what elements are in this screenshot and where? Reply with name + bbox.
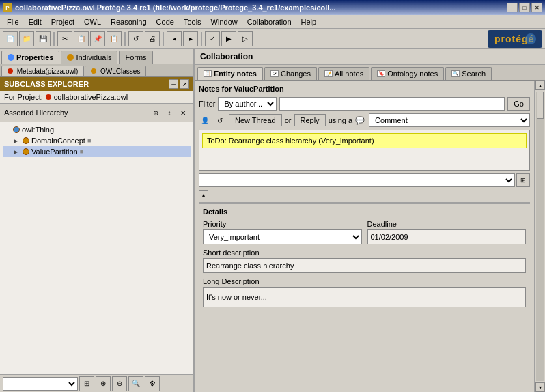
- user-icon[interactable]: 👤: [199, 114, 211, 126]
- tab-forms[interactable]: Forms: [119, 51, 152, 64]
- scroll-thumb[interactable]: [537, 92, 544, 119]
- cut-button[interactable]: ✂: [57, 31, 72, 46]
- paste2-button[interactable]: 📋: [107, 31, 122, 46]
- tab-entity-notes[interactable]: 📋 Entity notes: [197, 67, 263, 80]
- tab-properties[interactable]: Properties: [1, 51, 59, 64]
- stop-btn[interactable]: ▷: [238, 31, 253, 46]
- menu-tools[interactable]: Tools: [180, 16, 206, 27]
- menu-project[interactable]: Project: [47, 16, 79, 27]
- hierarchy-close-icon[interactable]: ✕: [177, 107, 189, 119]
- left-tabs-row: Properties Individuals Forms: [0, 49, 193, 64]
- menu-reasoning[interactable]: Reasoning: [107, 16, 151, 27]
- nav-fwd[interactable]: ▸: [183, 31, 198, 46]
- notes-for-label: Notes for ValuePartition: [199, 85, 530, 93]
- long-desc-input[interactable]: It's now or never...: [203, 287, 526, 307]
- long-desc-row: Long Description It's now or never...: [203, 277, 526, 307]
- grid-icon-btn[interactable]: ⊞: [516, 173, 530, 187]
- deadline-col: Deadline 01/02/2009: [367, 220, 527, 244]
- note-entry-1[interactable]: ToDo: Rearrange class hierarchy (Very_im…: [202, 133, 527, 148]
- properties-tab-icon: [8, 54, 14, 61]
- subtab-owlclasses[interactable]: OWLClasses: [85, 66, 146, 76]
- tab-ontology-notes[interactable]: 🔖 Ontology notes: [371, 67, 444, 80]
- check-btn[interactable]: ✓: [205, 31, 220, 46]
- remove-class-btn[interactable]: ⊖: [112, 376, 127, 391]
- deadline-input[interactable]: 01/02/2009: [367, 229, 527, 244]
- subtab-owlclasses-label: OWLClasses: [100, 68, 140, 75]
- priority-deadline-row: Priority Very_important Deadline 01/02/2…: [203, 220, 526, 244]
- new-thread-button[interactable]: New Thread: [229, 114, 282, 126]
- priority-select[interactable]: Very_important: [203, 229, 362, 244]
- tab-all-notes[interactable]: 📝 All notes: [318, 67, 369, 80]
- paste-button[interactable]: 📌: [90, 31, 105, 46]
- subtab-metadata[interactable]: Metadata(pizza.owl): [1, 66, 84, 76]
- priority-col: Priority Very_important: [203, 220, 362, 244]
- run-btn[interactable]: ▶: [221, 31, 236, 46]
- comment-type-select[interactable]: Comment: [369, 113, 530, 127]
- tree-item-owlthing[interactable]: owl:Thing: [3, 124, 191, 135]
- detach-left-btn[interactable]: ↗: [180, 79, 189, 89]
- bottom-dropdown[interactable]: [199, 173, 515, 187]
- menu-edit[interactable]: Edit: [25, 16, 46, 27]
- metadata-dot: [8, 68, 13, 74]
- all-notes-icon: 📝: [324, 70, 333, 77]
- print-button[interactable]: 🖨: [145, 31, 160, 46]
- valuepartition-marker: ■: [80, 148, 83, 155]
- config-class-btn[interactable]: ⚙: [145, 376, 160, 391]
- menu-owl[interactable]: OWL: [80, 16, 105, 27]
- filter-by-select[interactable]: By author...: [218, 97, 277, 111]
- minimize-left-btn[interactable]: ─: [169, 79, 178, 89]
- hierarchy-add-icon[interactable]: ⊕: [150, 107, 162, 119]
- open-button[interactable]: 📁: [19, 31, 34, 46]
- refresh-notes-icon[interactable]: ↺: [214, 114, 226, 126]
- close-button[interactable]: ✕: [531, 3, 542, 12]
- using-label: using a: [329, 116, 352, 124]
- scroll-track[interactable]: [536, 92, 544, 381]
- valuepartition-label: ValuePartition: [31, 148, 78, 156]
- search-class-btn[interactable]: 🔍: [128, 376, 143, 391]
- add-class-btn[interactable]: ⊕: [96, 376, 111, 391]
- tab-changes[interactable]: ⟳ Changes: [264, 67, 317, 80]
- tree-item-valuepartition[interactable]: ▶ ValuePartition ■: [3, 146, 191, 157]
- hierarchy-sort-icon[interactable]: ↕: [163, 107, 176, 119]
- separator-1: [53, 32, 55, 46]
- menu-code[interactable]: Code: [152, 16, 178, 27]
- minimize-button[interactable]: ─: [507, 3, 518, 12]
- copy-button[interactable]: 📋: [74, 31, 89, 46]
- section-divider: ▴: [199, 190, 530, 199]
- valuepartition-dot: [23, 148, 29, 155]
- short-desc-input[interactable]: Rearrange class hierarchy: [203, 258, 526, 273]
- save-button[interactable]: 💾: [36, 31, 51, 46]
- subtab-metadata-label: Metadata(pizza.owl): [17, 68, 78, 75]
- reply-button[interactable]: Reply: [294, 114, 326, 126]
- tab-individuals[interactable]: Individuals: [61, 51, 117, 64]
- menu-window[interactable]: Window: [207, 16, 242, 27]
- menu-file[interactable]: File: [3, 16, 23, 27]
- scroll-up-btn[interactable]: ▴: [535, 81, 545, 90]
- hierarchy-label: Asserted Hierarchy ⊕ ↕ ✕: [0, 104, 193, 122]
- menu-help[interactable]: Help: [297, 16, 321, 27]
- collapse-arrow[interactable]: ▴: [199, 190, 208, 199]
- new-button[interactable]: 📄: [3, 31, 18, 46]
- filter-row: Filter By author... Go: [199, 97, 530, 111]
- deadline-label: Deadline: [367, 220, 527, 228]
- grid-view-btn[interactable]: ⊞: [79, 376, 94, 391]
- collaboration-title: Collaboration: [200, 52, 253, 61]
- menu-collaboration[interactable]: Collaboration: [243, 16, 296, 27]
- maximize-button[interactable]: □: [519, 3, 530, 12]
- notes-content: Notes for ValuePartition Filter By autho…: [195, 81, 534, 392]
- class-select-dropdown[interactable]: [3, 377, 78, 391]
- app-icon: P: [3, 3, 12, 12]
- protege-logo: protégé: [488, 30, 542, 48]
- thread-row: 👤 ↺ New Thread or Reply using a 💬 Commen…: [199, 113, 530, 127]
- nav-back[interactable]: ◂: [167, 31, 182, 46]
- details-section: Details Priority Very_important Deadline: [199, 202, 530, 313]
- refresh-button[interactable]: ↺: [128, 31, 143, 46]
- filter-input[interactable]: [279, 97, 505, 111]
- class-tree: owl:Thing ▶ DomainConcept ■ ▶ ValueParti…: [0, 122, 193, 374]
- short-desc-label: Short description: [203, 249, 526, 257]
- go-button[interactable]: Go: [507, 97, 530, 111]
- tab-search[interactable]: 🔍 Search: [445, 67, 492, 80]
- scroll-down-btn[interactable]: ▾: [535, 382, 545, 392]
- tree-item-domainconcept[interactable]: ▶ DomainConcept ■: [3, 135, 191, 146]
- or-label: or: [285, 116, 292, 124]
